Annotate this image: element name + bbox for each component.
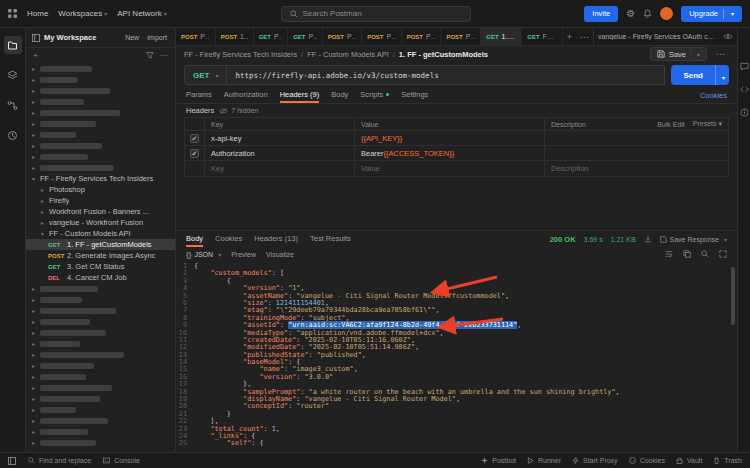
response-body-json[interactable]: 1{2 "custom_models": [3 {4 "version": "1… bbox=[176, 261, 737, 452]
search-in-body-icon[interactable] bbox=[701, 250, 709, 258]
sidebar-item-redacted[interactable]: ▸ bbox=[26, 415, 175, 426]
nav-home[interactable]: Home bbox=[27, 9, 48, 18]
nav-api-network[interactable]: API Network▾ bbox=[117, 9, 166, 18]
settings-gear-icon[interactable]: ⚙ bbox=[626, 8, 635, 19]
sidebar-item-redacted[interactable]: ▸ bbox=[26, 151, 175, 162]
sidebar-item-redacted[interactable]: ▸ bbox=[26, 305, 175, 316]
header-row[interactable]: ✓x-api-key{{API_KEY}} bbox=[185, 131, 728, 146]
sidebar-item-redacted[interactable]: ▸ bbox=[26, 129, 175, 140]
breadcrumb-folder[interactable]: FF - Custom Models API bbox=[307, 50, 389, 59]
send-button[interactable]: Send bbox=[671, 65, 715, 85]
flows-icon[interactable] bbox=[4, 96, 22, 114]
response-tab[interactable]: Test Results bbox=[310, 231, 351, 247]
sidebar-item-redacted[interactable]: ▸ bbox=[26, 437, 175, 448]
visualize-tab[interactable]: Visualize bbox=[266, 251, 294, 258]
comments-icon[interactable] bbox=[740, 62, 749, 71]
response-tab[interactable]: Body bbox=[186, 231, 203, 247]
console-button[interactable]: Console bbox=[103, 457, 140, 464]
vault-button[interactable]: Vault bbox=[676, 457, 702, 464]
sidebar-item-redacted[interactable]: ▸ bbox=[26, 294, 175, 305]
request-tab[interactable]: POSTPhot… bbox=[362, 28, 402, 45]
sidebar-item-redacted[interactable]: ▸ bbox=[26, 107, 175, 118]
sidebar-item-redacted[interactable]: ▸ bbox=[26, 63, 175, 74]
sidebar-item-redacted[interactable]: ▸ bbox=[26, 426, 175, 437]
sidebar-item-redacted[interactable]: ▸ bbox=[26, 162, 175, 173]
sidebar-request-item[interactable]: GET1. FF - getCustomModels bbox=[26, 239, 175, 250]
method-selector[interactable]: GET ▾ bbox=[184, 65, 226, 85]
request-tab[interactable]: GET1. FF -… bbox=[481, 28, 522, 45]
header-description-cell[interactable] bbox=[545, 131, 728, 145]
response-scrollbar[interactable] bbox=[731, 267, 735, 325]
app-grid-icon[interactable] bbox=[8, 9, 17, 18]
environment-selector[interactable]: vangelue - Firefly Services OAuth creden… bbox=[593, 28, 719, 45]
request-subtab[interactable]: Params bbox=[186, 88, 212, 103]
invite-button[interactable]: Invite bbox=[584, 6, 618, 22]
bulk-edit-button[interactable]: Bulk Edit bbox=[657, 121, 685, 128]
environments-icon[interactable] bbox=[4, 66, 22, 84]
expand-icon[interactable] bbox=[719, 250, 727, 258]
postbot-button[interactable]: Postbot bbox=[481, 457, 516, 464]
trash-button[interactable]: Trash bbox=[713, 457, 742, 464]
request-subtab[interactable]: Headers (9) bbox=[280, 88, 320, 103]
collections-icon[interactable] bbox=[4, 36, 22, 54]
header-value-cell[interactable]: {{API_KEY}} bbox=[355, 131, 545, 145]
save-response-button[interactable]: Save Response ▾ bbox=[660, 236, 727, 243]
workspace-title[interactable]: My Workspace bbox=[44, 33, 119, 42]
sidebar-request-item[interactable]: DEL4. Cancel CM Job bbox=[26, 272, 175, 283]
info-icon[interactable] bbox=[740, 108, 749, 117]
sidebar-request-item[interactable]: GET3. Get CM Status bbox=[26, 261, 175, 272]
row-checkbox[interactable]: ✓ bbox=[190, 149, 199, 158]
row-checkbox[interactable]: ✓ bbox=[190, 134, 199, 143]
header-row-empty[interactable]: KeyValueDescription bbox=[185, 161, 728, 176]
sidebar-toggle-icon[interactable] bbox=[32, 34, 40, 42]
wrap-text-icon[interactable] bbox=[665, 250, 673, 258]
sidebar-folder-item[interactable]: ▸vangelue - Workfront Fusion bbox=[26, 217, 175, 228]
code-snippet-icon[interactable] bbox=[740, 85, 749, 94]
user-avatar[interactable] bbox=[660, 7, 673, 20]
sidebar-item-redacted[interactable]: ▸ bbox=[26, 283, 175, 294]
breadcrumb-collection[interactable]: FF - Firefly Services Tech Insiders bbox=[184, 50, 297, 59]
tab-overflow-icon[interactable]: ⋯ bbox=[576, 28, 593, 45]
sidebar-item-redacted[interactable]: ▸ bbox=[26, 371, 175, 382]
cookies-link[interactable]: Cookies bbox=[700, 88, 727, 103]
notifications-bell-icon[interactable] bbox=[643, 9, 652, 18]
key-placeholder[interactable]: Key bbox=[205, 161, 355, 176]
request-tab[interactable]: GETPhoto bbox=[254, 28, 289, 45]
global-search-input[interactable]: Search Postman bbox=[281, 6, 471, 22]
request-subtab[interactable]: Scripts bbox=[360, 88, 389, 103]
sidebar-item-redacted[interactable]: ▸ bbox=[26, 360, 175, 371]
hidden-headers-toggle[interactable]: 7 hidden bbox=[219, 107, 258, 114]
response-tab[interactable]: Cookies bbox=[215, 231, 242, 247]
request-more-actions-icon[interactable]: ⋯ bbox=[712, 49, 729, 59]
copy-icon[interactable] bbox=[683, 250, 691, 258]
new-tab-plus-icon[interactable]: + bbox=[563, 28, 576, 45]
header-key-cell[interactable]: x-api-key bbox=[205, 131, 355, 145]
send-options-button[interactable]: ▾ bbox=[715, 65, 729, 85]
request-tab[interactable]: POSTPOS… bbox=[402, 28, 442, 45]
sidebar-item-redacted[interactable]: ▸ bbox=[26, 74, 175, 85]
sidebar-item-redacted[interactable]: ▸ bbox=[26, 327, 175, 338]
request-tab[interactable]: POSTPOS… bbox=[441, 28, 481, 45]
header-key-cell[interactable]: Authorization bbox=[205, 146, 355, 160]
more-options-icon[interactable]: ⋯ bbox=[160, 51, 168, 60]
sidebar-item-redacted[interactable]: ▸ bbox=[26, 96, 175, 107]
body-format-selector[interactable]: {} JSON ▾ bbox=[186, 251, 221, 258]
request-tab[interactable]: POSTPhot… bbox=[323, 28, 363, 45]
description-placeholder[interactable]: Description bbox=[545, 161, 728, 176]
history-icon[interactable] bbox=[4, 126, 22, 144]
import-button[interactable]: Import bbox=[145, 34, 169, 41]
presets-button[interactable]: Presets ▾ bbox=[693, 120, 722, 128]
value-placeholder[interactable]: Value bbox=[355, 161, 545, 176]
preview-tab[interactable]: Preview bbox=[231, 251, 256, 258]
sidebar-item-redacted[interactable]: ▸ bbox=[26, 404, 175, 415]
environment-quick-look-icon[interactable] bbox=[719, 28, 737, 45]
cookies-button[interactable]: Cookies bbox=[629, 457, 665, 464]
upgrade-button[interactable]: Upgrade▾ bbox=[681, 6, 742, 22]
save-button[interactable]: Save ▾ bbox=[650, 47, 707, 61]
sidebar-folder-item[interactable]: ▾FF - Custom Models API bbox=[26, 228, 175, 239]
nav-workspaces[interactable]: Workspaces▾ bbox=[58, 9, 107, 18]
sidebar-item-redacted[interactable]: ▸ bbox=[26, 85, 175, 96]
sidebar-item-redacted[interactable]: ▸ bbox=[26, 316, 175, 327]
sidebar-folder-item[interactable]: ▸Workfront Fusion - Banners ... bbox=[26, 206, 175, 217]
request-tab[interactable]: POSTPOS… bbox=[176, 28, 216, 45]
